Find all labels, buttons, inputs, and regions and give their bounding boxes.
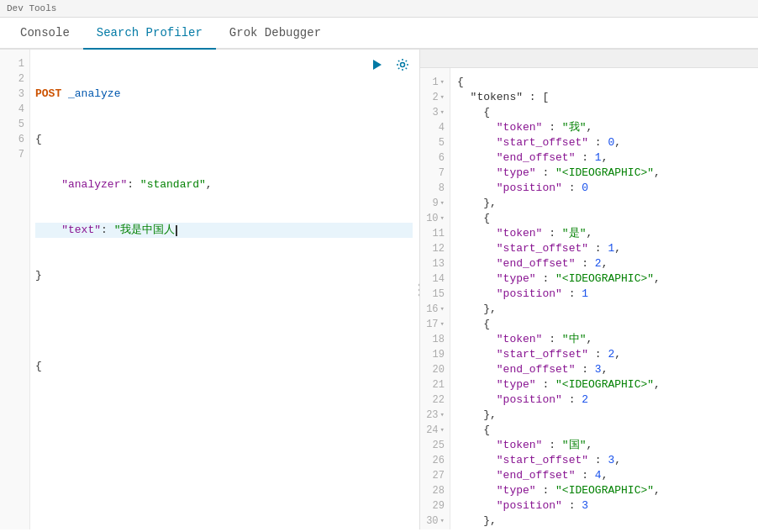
- editor-panel: 1 2 3 4 5 6 7 POST _analyze { "analyzer"…: [0, 50, 420, 529]
- output-line-24: {: [457, 423, 751, 438]
- output-ln-23: 23▾: [420, 408, 450, 423]
- svg-marker-0: [373, 60, 382, 70]
- collapse-arrow-23[interactable]: ▾: [440, 408, 445, 423]
- output-ln-9: 9▾: [420, 196, 450, 211]
- output-ln-11: 11: [420, 226, 450, 241]
- output-line-17: {: [457, 317, 751, 332]
- output-ln-3: 3▾: [420, 105, 450, 120]
- collapse-arrow-31[interactable]: ▾: [440, 529, 445, 529]
- output-ln-28: 28: [420, 483, 450, 498]
- app-title: Dev Tools: [7, 3, 56, 13]
- output-ln-29: 29: [420, 498, 450, 514]
- collapse-arrow-3[interactable]: ▾: [440, 105, 445, 120]
- output-ln-24: 24▾: [420, 423, 450, 438]
- output-ln-13: 13: [420, 256, 450, 271]
- output-line-19: "start_offset" : 2,: [457, 347, 751, 362]
- output-ln-14: 14: [420, 271, 450, 287]
- editor-line-6: [35, 313, 413, 329]
- text-cursor: [176, 225, 177, 236]
- collapse-arrow-9[interactable]: ▾: [440, 196, 445, 211]
- output-ln-17: 17▾: [420, 317, 450, 332]
- output-line-26: "start_offset" : 3,: [457, 453, 751, 468]
- run-button[interactable]: [367, 56, 387, 73]
- output-line-21: "type" : "<IDEOGRAPHIC>",: [457, 377, 751, 392]
- output-content[interactable]: { "tokens" : [ { "token" : "我", "start_o…: [450, 68, 758, 529]
- output-line-16: },: [457, 302, 751, 317]
- output-ln-1: 1▾: [420, 75, 450, 90]
- tab-console[interactable]: Console: [7, 18, 83, 50]
- output-line-31: {: [457, 529, 751, 529]
- output-line-9: },: [457, 196, 751, 211]
- output-line-13: "end_offset" : 2,: [457, 256, 751, 271]
- output-line-5: "start_offset" : 0,: [457, 135, 751, 150]
- panel-resize-handle[interactable]: [414, 283, 420, 296]
- output-line-11: "token" : "是",: [457, 226, 751, 241]
- editor-code[interactable]: POST _analyze { "analyzer": "standard", …: [30, 50, 419, 529]
- output-line-10: {: [457, 211, 751, 226]
- output-ln-31: 31▾: [420, 529, 450, 529]
- editor-line-numbers: 1 2 3 4 5 6 7: [0, 50, 30, 529]
- output-line-27: "end_offset" : 4,: [457, 468, 751, 483]
- editor-line-2: {: [35, 132, 413, 147]
- output-line-20: "end_offset" : 3,: [457, 362, 751, 377]
- collapse-arrow-2[interactable]: ▾: [440, 90, 445, 105]
- editor-line-7: {: [35, 359, 413, 374]
- code-area[interactable]: 1 2 3 4 5 6 7 POST _analyze { "analyzer"…: [0, 50, 419, 529]
- main-content: 1 2 3 4 5 6 7 POST _analyze { "analyzer"…: [0, 50, 758, 529]
- editor-line-5: }: [35, 268, 413, 283]
- collapse-arrow-24[interactable]: ▾: [440, 423, 445, 438]
- output-ln-25: 25: [420, 438, 450, 453]
- output-line-numbers: 1▾2▾3▾456789▾10▾111213141516▾17▾18192021…: [420, 68, 450, 529]
- output-line-23: },: [457, 408, 751, 423]
- output-ln-2: 2▾: [420, 90, 450, 105]
- output-ln-30: 30▾: [420, 514, 450, 529]
- output-line-1: {: [457, 75, 751, 90]
- editor-line-1: POST _analyze: [35, 87, 413, 102]
- output-ln-22: 22: [420, 392, 450, 408]
- output-ln-27: 27: [420, 468, 450, 483]
- output-ln-8: 8: [420, 181, 450, 196]
- output-ln-18: 18: [420, 332, 450, 347]
- output-line-29: "position" : 3: [457, 498, 751, 514]
- output-header: [420, 50, 758, 68]
- output-line-4: "token" : "我",: [457, 120, 751, 135]
- svg-point-1: [401, 63, 405, 67]
- output-ln-21: 21: [420, 377, 450, 392]
- ln-7: 7: [0, 147, 29, 162]
- output-line-18: "token" : "中",: [457, 332, 751, 347]
- tab-search-profiler[interactable]: Search Profiler: [83, 18, 216, 50]
- output-line-14: "type" : "<IDEOGRAPHIC>",: [457, 271, 751, 287]
- output-line-2: "tokens" : [: [457, 90, 751, 105]
- collapse-arrow-1[interactable]: ▾: [440, 75, 445, 90]
- output-line-6: "end_offset" : 1,: [457, 150, 751, 166]
- collapse-arrow-17[interactable]: ▾: [440, 317, 445, 332]
- ln-3: 3: [0, 87, 29, 102]
- output-line-15: "position" : 1: [457, 287, 751, 302]
- collapse-arrow-16[interactable]: ▾: [440, 302, 445, 317]
- collapse-arrow-10[interactable]: ▾: [440, 211, 445, 226]
- editor-toolbar: [367, 56, 413, 73]
- output-ln-20: 20: [420, 362, 450, 377]
- http-method: POST: [35, 87, 61, 102]
- output-ln-10: 10▾: [420, 211, 450, 226]
- output-body: 1▾2▾3▾456789▾10▾111213141516▾17▾18192021…: [420, 68, 758, 529]
- output-ln-19: 19: [420, 347, 450, 362]
- output-ln-12: 12: [420, 241, 450, 256]
- settings-button[interactable]: [392, 56, 413, 73]
- output-ln-15: 15: [420, 287, 450, 302]
- tab-grok-debugger[interactable]: Grok Debugger: [216, 18, 334, 50]
- collapse-arrow-30[interactable]: ▾: [440, 514, 445, 529]
- output-panel: 1▾2▾3▾456789▾10▾111213141516▾17▾18192021…: [420, 50, 758, 529]
- editor-line-3: "analyzer": "standard",: [35, 177, 413, 192]
- output-ln-5: 5: [420, 135, 450, 150]
- api-path: _analyze: [61, 87, 120, 102]
- ln-5: 5: [0, 117, 29, 132]
- output-ln-4: 4: [420, 120, 450, 135]
- top-bar: Dev Tools: [0, 0, 758, 18]
- output-line-12: "start_offset" : 1,: [457, 241, 751, 256]
- output-ln-26: 26: [420, 453, 450, 468]
- output-line-3: {: [457, 105, 751, 120]
- output-line-7: "type" : "<IDEOGRAPHIC>",: [457, 166, 751, 181]
- output-line-30: },: [457, 514, 751, 529]
- ln-1: 1: [0, 56, 29, 71]
